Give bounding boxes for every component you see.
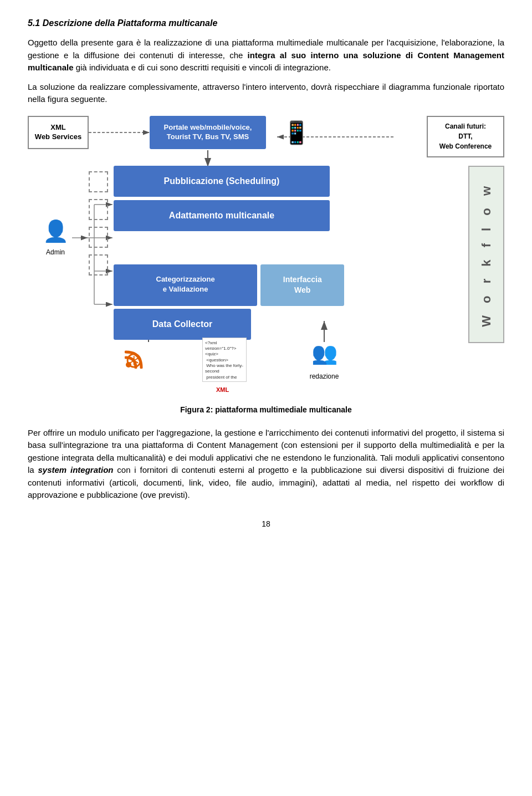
- pubblicazione-label: Pubblicazione (Scheduling): [164, 176, 280, 186]
- data-collector-label: Data Collector: [152, 319, 212, 329]
- page-number: 18: [28, 518, 504, 530]
- redazione-label: redazione: [299, 371, 349, 381]
- xml-doc-area: <?xml version="1.0"?> <quiz> <question> …: [202, 338, 247, 382]
- diagram-wrapper: XML Web Services Portale web/mobile/voic…: [28, 116, 504, 399]
- dashed-rects-column: [89, 171, 108, 275]
- admin-label: Admin: [46, 248, 65, 256]
- interfaccia-block: Interfaccia Web: [260, 264, 344, 306]
- paragraph-2: La soluzione da realizzare complessivame…: [28, 81, 504, 106]
- phone-icon-area: 📱: [277, 116, 316, 149]
- phone-icon: 📱: [283, 116, 310, 149]
- categorizzazione-block: Categorizzazione e Validazione: [114, 264, 257, 306]
- categorizzazione-label: Categorizzazione e Validazione: [156, 275, 215, 293]
- redazione-icon: 👥: [311, 341, 337, 365]
- canali-label: Canali futuri: DTT, Web Conference: [439, 121, 492, 151]
- figure-caption: Figura 2: piattaforma multimediale multi…: [28, 404, 504, 416]
- xml-box-label: XML Web Services: [35, 123, 81, 142]
- redazione-area: 👥 redazione: [299, 338, 349, 381]
- svg-point-15: [126, 362, 131, 368]
- dashed-rect-2: [89, 199, 108, 220]
- interfaccia-label: Interfaccia Web: [283, 274, 322, 296]
- dashed-rect-3: [89, 227, 108, 248]
- xml-label: XML: [216, 385, 229, 395]
- center-blocks-row: Categorizzazione e Validazione Interfacc…: [114, 264, 413, 306]
- admin-figure: 👤 Admin: [33, 216, 78, 257]
- dashed-rect-4: [89, 254, 108, 275]
- adattamento-block: Adattamento multicanale: [114, 200, 330, 231]
- workflow-box: W o r k f l o w: [468, 166, 504, 343]
- paragraph-1: Oggetto della presente gara è la realizz…: [28, 37, 504, 74]
- portale-box: Portale web/mobile/voice, Tourist TV, Bu…: [150, 116, 266, 149]
- pubblicazione-block: Pubblicazione (Scheduling): [114, 166, 330, 197]
- canali-futuri-box: Canali futuri: DTT, Web Conference: [427, 116, 504, 157]
- diagram: XML Web Services Portale web/mobile/voic…: [28, 116, 504, 399]
- rss-symbol: [125, 346, 146, 377]
- dashed-rect-1: [89, 171, 108, 192]
- data-collector-block: Data Collector: [114, 309, 251, 340]
- xml-web-services-box: XML Web Services: [28, 116, 89, 149]
- portale-label: Portale web/mobile/voice, Tourist TV, Bu…: [164, 123, 252, 142]
- data-collector-inner: Data Collector: [114, 309, 251, 340]
- admin-icon: 👤: [33, 216, 78, 247]
- paragraph-after-1: Per offrire un modulo unificato per l'ag…: [28, 427, 504, 502]
- xml-doc-content: <?xml version="1.0"?> <quiz> <question> …: [205, 340, 244, 382]
- section-title: 5.1 Descrizione della Piattaforma multic…: [28, 17, 504, 30]
- adattamento-label: Adattamento multicanale: [169, 211, 274, 220]
- center-blocks-top: Pubblicazione (Scheduling) Adattamento m…: [114, 166, 330, 231]
- workflow-label: W o r k f l o w: [477, 182, 495, 327]
